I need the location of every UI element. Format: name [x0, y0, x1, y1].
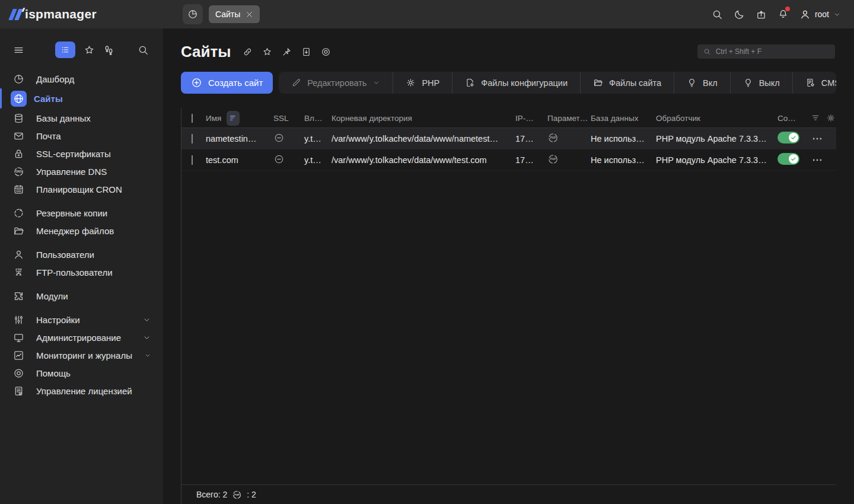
export-icon[interactable] [301, 47, 311, 57]
edit-label: Редактировать [307, 78, 367, 88]
page-header: Сайты [163, 28, 854, 60]
bulb-icon [687, 78, 697, 88]
enable-button[interactable]: Вкл [674, 72, 730, 94]
row-menu-icon[interactable] [811, 133, 823, 145]
row-checkbox[interactable] [192, 134, 193, 143]
php-button[interactable]: PHP [393, 72, 452, 94]
disable-button[interactable]: Выкл [730, 72, 792, 94]
column-owner[interactable]: Вл… [304, 114, 332, 123]
search-box[interactable] [697, 44, 835, 59]
sidebar-search-icon[interactable] [138, 44, 149, 56]
sidebar-item-ftp-users[interactable]: FTP FTP-пользователи [0, 263, 163, 281]
sidebar-item-backups[interactable]: Резервные копии [0, 204, 163, 222]
row-checkbox[interactable] [192, 155, 193, 165]
site-owner: y.t… [304, 134, 332, 143]
sort-button[interactable] [227, 111, 240, 126]
php-badge-icon: PHP [232, 490, 242, 500]
gear-icon [406, 78, 416, 88]
column-handler[interactable]: Обработчик [656, 114, 777, 123]
sidebar-item-administration[interactable]: Администрирование [0, 328, 163, 346]
topbar-actions: root [712, 8, 854, 21]
pin-icon[interactable] [282, 47, 292, 57]
sidebar-item-databases[interactable]: Базы данных [0, 109, 163, 127]
table-settings-icon[interactable] [826, 113, 836, 123]
link-icon[interactable] [243, 47, 253, 57]
sidebar-item-sites[interactable]: Сайты [0, 88, 163, 109]
monitor-icon [13, 332, 24, 343]
search-icon [703, 47, 711, 56]
sidebar-item-filemanager[interactable]: Менеджер файлов [0, 222, 163, 240]
license-icon [13, 385, 24, 397]
edit-button[interactable]: Редактировать [279, 72, 393, 94]
search-icon[interactable] [712, 9, 723, 20]
column-root-dir[interactable]: Корневая директория [332, 114, 515, 123]
status-toggle[interactable] [777, 132, 799, 143]
enable-label: Вкл [703, 78, 718, 88]
sidebar-item-users[interactable]: Пользователи [0, 245, 163, 263]
php-count: : 2 [247, 490, 256, 499]
user-name: root [815, 9, 829, 19]
column-params[interactable]: Парамет… [547, 114, 591, 123]
row-menu-icon[interactable] [811, 154, 823, 166]
sidebar-item-label: Дашборд [36, 74, 74, 84]
doc-gear-icon [805, 78, 815, 88]
status-toggle[interactable] [777, 153, 799, 165]
calendar-icon [13, 184, 24, 195]
sidebar-item-label: Почта [36, 131, 61, 141]
sidebar-item-label: Управление DNS [36, 167, 107, 177]
sidebar-item-ssl[interactable]: SSL-сертификаты [0, 145, 163, 162]
tab-strip: Сайты [183, 4, 260, 24]
table-row[interactable]: nametestin… y.t… /var/www/y.tolkachev/da… [181, 128, 836, 149]
recent-icon[interactable] [103, 44, 115, 56]
config-files-button[interactable]: Файлы конфигурации [452, 72, 580, 94]
hamburger-icon[interactable] [13, 44, 24, 56]
sidebar-item-label: Резервные копии [36, 208, 107, 218]
create-site-button[interactable]: Создать сайт [181, 72, 273, 94]
sidebar-item-dns[interactable]: DNS Управление DNS [0, 162, 163, 180]
svg-text:PHP: PHP [550, 136, 556, 139]
sidebar-item-label: Администрирование [36, 333, 121, 343]
help-ring-icon[interactable] [321, 47, 331, 57]
sidebar-item-mail[interactable]: Почта [0, 127, 163, 145]
sidebar-item-cron[interactable]: Планировщик CRON [0, 180, 163, 198]
column-ssl[interactable]: SSL [273, 114, 304, 123]
sidebar-item-modules[interactable]: Модули [0, 287, 163, 305]
sidebar-item-help[interactable]: Помощь [0, 364, 163, 382]
site-handler: PHP модуль Apache 7.3.3… [656, 134, 777, 143]
sidebar-item-label: Помощь [36, 368, 71, 378]
import-icon[interactable] [756, 9, 767, 20]
sidebar-item-monitoring[interactable]: Мониторинг и журналы [0, 346, 163, 364]
cms-label: CMS [821, 78, 836, 88]
sidebar-item-label: Менеджер файлов [36, 226, 114, 236]
dashboard-tab-button[interactable] [183, 4, 203, 24]
mail-icon [13, 130, 24, 142]
cms-button[interactable]: CMS [792, 72, 836, 94]
tab-sites[interactable]: Сайты [209, 5, 260, 23]
ftp-icon: FTP [13, 267, 24, 278]
column-status[interactable]: Со… [777, 114, 811, 123]
svg-text:FTP: FTP [15, 268, 22, 272]
tab-label: Сайты [215, 9, 240, 19]
dark-mode-icon[interactable] [734, 9, 745, 20]
column-name[interactable]: Имя [206, 114, 221, 123]
notifications-button[interactable] [777, 8, 789, 21]
sidebar-item-dashboard[interactable]: Дашборд [0, 70, 163, 88]
column-database[interactable]: База данных [591, 114, 656, 123]
site-files-button[interactable]: Файлы сайта [580, 72, 674, 94]
user-menu[interactable]: root [799, 9, 841, 20]
sidebar-item-license[interactable]: Управление лицензией [0, 382, 163, 400]
favorites-icon[interactable] [84, 44, 95, 56]
menu-view-button[interactable] [55, 42, 75, 58]
ssl-none-icon [273, 154, 285, 165]
table-row[interactable]: test.com y.t… /var/www/y.tolkachev/data/… [181, 149, 836, 171]
search-input[interactable] [716, 47, 829, 56]
svg-text:DNS: DNS [15, 170, 22, 173]
column-ip[interactable]: IP-… [515, 114, 547, 123]
close-icon[interactable] [246, 11, 253, 18]
star-icon[interactable] [262, 47, 272, 57]
app-logo[interactable]: ispmanager [0, 7, 155, 21]
sidebar-item-settings[interactable]: Настройки [0, 311, 163, 328]
filter-icon[interactable] [811, 113, 820, 123]
select-all-checkbox[interactable] [192, 114, 193, 123]
site-files-label: Файлы сайта [609, 78, 661, 88]
